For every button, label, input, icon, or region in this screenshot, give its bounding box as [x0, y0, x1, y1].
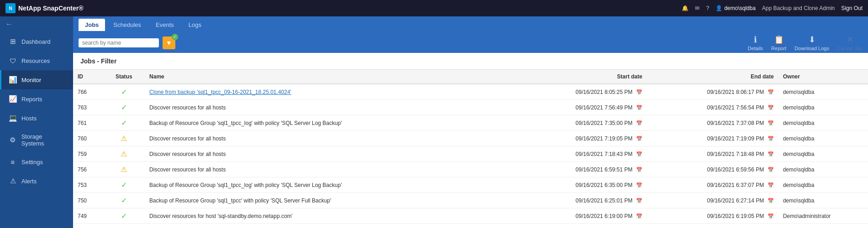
cell-status: ✓: [103, 208, 145, 224]
reports-icon: 📈: [9, 95, 17, 103]
help-icon[interactable]: ?: [706, 5, 709, 11]
end-cal-icon[interactable]: 📅: [768, 182, 774, 188]
cell-id: 766: [73, 84, 103, 100]
sidebar-item-reports[interactable]: 📈 Reports: [0, 89, 73, 109]
sidebar-label-storage: Storage Systems: [21, 133, 66, 147]
cell-owner: Demo\administrator: [779, 208, 868, 224]
sidebar-label-reports: Reports: [21, 96, 42, 103]
cell-status: ✓: [103, 84, 145, 100]
main-content: Jobs Schedules Events Logs ▼ ✓ ℹ Details: [73, 16, 868, 228]
sidebar-item-monitor[interactable]: 📊 Monitor: [0, 70, 73, 89]
cancel-icon: ✕: [847, 35, 853, 45]
sidebar-label-hosts: Hosts: [21, 115, 37, 122]
tab-schedules[interactable]: Schedules: [107, 19, 147, 31]
table-row: 750✓Backup of Resource Group 'sql1_tpcc'…: [73, 193, 868, 208]
sidebar-label-resources: Resources: [21, 57, 50, 64]
cancel-job-button[interactable]: ✕ Cancel Job: [837, 35, 863, 51]
filter-check-icon: ✓: [172, 34, 178, 40]
end-cal-icon[interactable]: 📅: [768, 213, 774, 219]
end-cal-icon[interactable]: 📅: [768, 167, 774, 172]
start-cal-icon[interactable]: 📅: [636, 89, 642, 95]
filter-header: Jobs - Filter: [73, 53, 868, 70]
cell-start-date: 09/16/2021 8:05:25 PM 📅: [516, 84, 647, 100]
cell-owner: demo\sqldba: [779, 84, 868, 100]
end-cal-icon[interactable]: 📅: [768, 120, 774, 126]
start-cal-icon[interactable]: 📅: [636, 105, 642, 110]
cell-name: Backup of Resource Group 'sql1_tpcc_log'…: [145, 224, 516, 228]
end-cal-icon[interactable]: 📅: [768, 136, 774, 141]
signout-button[interactable]: Sign Out: [841, 5, 863, 11]
sidebar-item-storage-systems[interactable]: ⚙ Storage Systems: [0, 128, 73, 152]
start-cal-icon[interactable]: 📅: [636, 213, 642, 219]
sidebar-label-settings: Settings: [21, 159, 43, 166]
app-container: ← ⊞ Dashboard 🛡 Resources 📊 Monitor 📈 Re…: [0, 16, 868, 228]
cell-end-date: 09/16/2021 7:37:08 PM 📅: [647, 115, 779, 131]
cell-id: 759: [73, 146, 103, 162]
search-box[interactable]: [79, 38, 159, 47]
status-warn-icon: ⚠: [121, 135, 127, 142]
cell-start-date: 09/16/2021 6:19:00 PM 📅: [516, 208, 647, 224]
cell-end-date: 09/16/2021 6:19:05 PM 📅: [647, 208, 779, 224]
status-ok-icon: ✓: [121, 197, 127, 204]
cell-start-date: 09/16/2021 6:35:00 PM 📅: [516, 177, 647, 193]
cell-id: 749: [73, 208, 103, 224]
user-info: 👤 demo\sqldba: [715, 5, 756, 11]
start-cal-icon[interactable]: 📅: [636, 120, 642, 126]
notifications-icon[interactable]: 🔔: [682, 5, 689, 11]
cell-status: ⚠: [103, 131, 145, 146]
cell-status: ✓: [103, 224, 145, 228]
col-header-name: Name: [145, 70, 516, 84]
sidebar-toggle[interactable]: ←: [0, 16, 73, 32]
sidebar-item-alerts[interactable]: ⚠ Alerts: [0, 171, 73, 191]
cell-start-date: 09/16/2021 7:56:49 PM 📅: [516, 100, 647, 115]
resources-icon: 🛡: [9, 57, 17, 65]
start-cal-icon[interactable]: 📅: [636, 182, 642, 188]
tab-events[interactable]: Events: [149, 19, 180, 31]
netapp-icon: N: [5, 3, 16, 13]
cell-end-date: 09/16/2021 7:56:54 PM 📅: [647, 100, 779, 115]
report-button[interactable]: 📋 Report: [771, 35, 786, 51]
cancel-job-label: Cancel Job: [837, 46, 863, 51]
end-cal-icon[interactable]: 📅: [768, 105, 774, 110]
start-cal-icon[interactable]: 📅: [636, 167, 642, 172]
cell-id: 763: [73, 100, 103, 115]
sidebar-item-settings[interactable]: ≡ Settings: [0, 152, 73, 171]
alerts-icon: ⚠: [9, 177, 17, 185]
cell-name[interactable]: Clone from backup 'sql1_tpcc_09-16-2021_…: [145, 84, 516, 100]
toolbar: ▼ ✓ ℹ Details 📋 Report ⬇ Download Logs: [73, 33, 868, 53]
job-name-link[interactable]: Clone from backup 'sql1_tpcc_09-16-2021_…: [149, 89, 291, 95]
table-row: 761✓Backup of Resource Group 'sql1_tpcc_…: [73, 115, 868, 131]
start-cal-icon[interactable]: 📅: [636, 151, 642, 157]
cell-owner: demo\sqldba: [779, 115, 868, 131]
sidebar-item-dashboard[interactable]: ⊞ Dashboard: [0, 32, 73, 51]
details-icon: ℹ: [754, 35, 757, 45]
cell-start-date: 09/16/2021 7:19:05 PM 📅: [516, 131, 647, 146]
end-cal-icon[interactable]: 📅: [768, 198, 774, 203]
end-cal-icon[interactable]: 📅: [768, 89, 774, 95]
sidebar-item-hosts[interactable]: 💻 Hosts: [0, 109, 73, 128]
cell-start-date: 09/16/2021 5:35:00 PM 📅: [516, 224, 647, 228]
sidebar-label-monitor: Monitor: [21, 77, 41, 83]
brand-area: N NetApp SnapCenter®: [5, 3, 84, 13]
search-input[interactable]: [82, 40, 155, 46]
monitor-icon: 📊: [9, 76, 17, 84]
username: demo\sqldba: [724, 5, 756, 11]
cell-status: ✓: [103, 115, 145, 131]
cell-status: ✓: [103, 177, 145, 193]
tab-logs[interactable]: Logs: [182, 19, 208, 31]
filter-button[interactable]: ▼ ✓: [163, 36, 175, 49]
details-button[interactable]: ℹ Details: [747, 35, 763, 51]
mail-icon[interactable]: ✉: [695, 5, 700, 11]
status-ok-icon: ✓: [121, 119, 127, 127]
table-row: 749✓Discover resources for host 'sql-sta…: [73, 208, 868, 224]
start-cal-icon[interactable]: 📅: [636, 198, 642, 203]
cell-name: Backup of Resource Group 'sql1_tpcc_log'…: [145, 177, 516, 193]
cell-end-date: 09/16/2021 8:06:17 PM 📅: [647, 84, 779, 100]
start-cal-icon[interactable]: 📅: [636, 136, 642, 141]
sidebar-item-resources[interactable]: 🛡 Resources: [0, 51, 73, 70]
download-logs-button[interactable]: ⬇ Download Logs: [794, 35, 829, 51]
tab-jobs[interactable]: Jobs: [79, 19, 105, 31]
table-row: 756⚠Discover resources for all hosts09/1…: [73, 162, 868, 177]
download-logs-label: Download Logs: [794, 46, 829, 51]
end-cal-icon[interactable]: 📅: [768, 151, 774, 157]
